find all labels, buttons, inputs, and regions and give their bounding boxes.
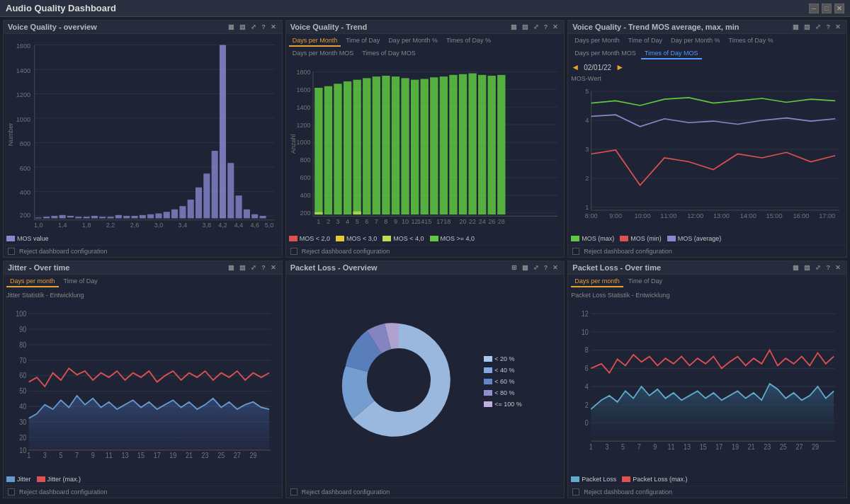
question-icon-4[interactable]: ? xyxy=(260,263,267,272)
svg-text:28: 28 xyxy=(497,218,504,225)
svg-text:40: 40 xyxy=(19,403,26,411)
legend-color-pl-time-max xyxy=(622,476,630,482)
close-icon-4[interactable]: ✕ xyxy=(269,263,278,272)
maximize-button[interactable]: □ xyxy=(822,4,832,13)
question-icon[interactable]: ? xyxy=(260,23,267,31)
svg-text:13:00: 13:00 xyxy=(713,212,730,219)
svg-rect-93 xyxy=(439,76,447,214)
panel-jitter-body: Jitter Statistik - Entwicklung xyxy=(4,289,282,486)
svg-text:1200: 1200 xyxy=(296,122,310,129)
tab-time-of-day-4[interactable]: Time of Day xyxy=(60,276,101,287)
close-icon-3[interactable]: ✕ xyxy=(834,23,842,31)
date-prev-btn[interactable]: ◄ xyxy=(571,62,579,72)
svg-rect-41 xyxy=(220,45,226,219)
svg-text:5: 5 xyxy=(355,218,358,225)
table-icon-3[interactable]: ▦ xyxy=(791,23,800,31)
chart-icon-4[interactable]: ▤ xyxy=(238,263,247,272)
question-icon-3[interactable]: ? xyxy=(824,23,832,31)
resize-icon-6[interactable]: ⤢ xyxy=(814,263,822,272)
minimize-button[interactable]: ─ xyxy=(809,4,819,13)
svg-text:2,6: 2,6 xyxy=(130,222,140,229)
svg-text:3: 3 xyxy=(585,146,589,153)
tab-time-of-day-2[interactable]: Time of Day xyxy=(342,35,383,47)
tab-days-per-month-6[interactable]: Days per month xyxy=(571,276,623,287)
legend-mos-lt3: MOS < 3,0 xyxy=(336,235,377,242)
svg-text:1000: 1000 xyxy=(16,116,30,123)
table-icon-4[interactable]: ▦ xyxy=(227,263,236,272)
svg-text:1: 1 xyxy=(589,442,593,451)
chart-icon[interactable]: ▤ xyxy=(238,23,247,31)
resize-icon-3[interactable]: ⤢ xyxy=(814,23,822,31)
question-icon-6[interactable]: ? xyxy=(824,263,832,272)
tab-times-of-day-mos-3[interactable]: Times of Day MOS xyxy=(641,48,702,59)
svg-text:0: 0 xyxy=(585,419,589,428)
legend-color-gte4 xyxy=(430,236,438,241)
chart-icon-2[interactable]: ▤ xyxy=(521,23,530,31)
table-icon-5[interactable]: ▦ xyxy=(521,263,530,272)
reject-config-checkbox-5[interactable] xyxy=(290,488,298,496)
tab-times-of-day-pct-3[interactable]: Times of Day % xyxy=(725,35,777,47)
legend-label-pl-lt20: < 20 % xyxy=(494,355,514,362)
reject-config-checkbox-4[interactable] xyxy=(8,488,15,496)
svg-rect-46 xyxy=(260,216,266,218)
resize-icon-2[interactable]: ⤢ xyxy=(532,23,540,31)
svg-text:2: 2 xyxy=(585,175,589,182)
tab-day-per-month-pct-3[interactable]: Day per Month % xyxy=(667,35,724,47)
table-icon[interactable]: ▦ xyxy=(227,23,236,31)
svg-rect-81 xyxy=(324,86,332,214)
legend-color-lt2 xyxy=(289,236,298,241)
reject-config-checkbox-6[interactable] xyxy=(572,488,579,496)
resize-icon-4[interactable]: ⤢ xyxy=(249,263,258,272)
tab-times-of-day-mos-2[interactable]: Times of Day MOS xyxy=(358,48,419,59)
legend-label-jitter-max: Jitter (max.) xyxy=(47,476,81,483)
svg-text:200: 200 xyxy=(20,212,30,219)
reject-config-checkbox-1[interactable] xyxy=(8,248,15,255)
question-icon-2[interactable]: ? xyxy=(543,23,550,31)
question-icon-5[interactable]: ? xyxy=(543,263,550,272)
panel-voice-mos-footer: Reject dashboard configuration xyxy=(568,245,846,257)
svg-text:1415: 1415 xyxy=(417,218,431,225)
svg-text:90: 90 xyxy=(19,325,26,333)
tab-days-per-month-4[interactable]: Days per month xyxy=(6,276,59,287)
panel-packet-loss-time: Packet Loss - Over time ▦ ▤ ⤢ ? ✕ Days p… xyxy=(567,260,847,498)
table-icon-6[interactable]: ▦ xyxy=(791,263,800,272)
resize-icon[interactable]: ⤢ xyxy=(249,23,258,31)
date-next-btn[interactable]: ► xyxy=(616,62,624,72)
legend-mos-lt4: MOS < 4,0 xyxy=(382,235,424,242)
close-icon-6[interactable]: ✕ xyxy=(834,263,842,272)
svg-text:3,0: 3,0 xyxy=(154,222,164,229)
tab-days-per-month-3[interactable]: Days per Month xyxy=(571,35,623,47)
grid-icon-5[interactable]: ⊞ xyxy=(510,263,518,272)
resize-icon-5[interactable]: ⤢ xyxy=(532,263,540,272)
close-icon-2[interactable]: ✕ xyxy=(551,23,560,31)
panel-voice-mos-icons: ▦ ▤ ⤢ ? ✕ xyxy=(791,23,842,31)
tab-days-per-month-mos-3[interactable]: Days per Month MOS xyxy=(571,48,640,59)
tab-time-of-day-3[interactable]: Time of Day xyxy=(625,35,666,47)
svg-text:23: 23 xyxy=(202,452,209,460)
reject-config-label-1: Reject dashboard configuration xyxy=(19,248,108,255)
svg-text:16:00: 16:00 xyxy=(793,212,810,219)
svg-rect-101 xyxy=(353,212,361,215)
tab-days-per-month-2[interactable]: Days per Month xyxy=(289,35,341,47)
panel-jitter: Jitter - Over time ▦ ▤ ⤢ ? ✕ Days per mo… xyxy=(3,260,283,498)
tab-days-per-month-mos-2[interactable]: Days per Month MOS xyxy=(289,48,358,59)
close-icon-5[interactable]: ✕ xyxy=(551,263,560,272)
close-button[interactable]: ✕ xyxy=(834,4,844,13)
svg-text:6: 6 xyxy=(365,218,368,225)
tab-day-per-month-pct-2[interactable]: Day per Month % xyxy=(385,35,441,47)
svg-text:2,2: 2,2 xyxy=(106,222,115,229)
panel-jitter-tabs: Days per month Time of Day xyxy=(4,275,282,289)
svg-text:50: 50 xyxy=(19,387,26,396)
table-icon-2[interactable]: ▦ xyxy=(509,23,518,31)
close-icon[interactable]: ✕ xyxy=(269,23,278,31)
legend-pl-lte100: <= 100 % xyxy=(484,401,522,408)
tab-time-of-day-6[interactable]: Time of Day xyxy=(625,276,666,287)
legend-pl-lt40: < 40 % xyxy=(484,367,522,374)
chart-icon-3[interactable]: ▤ xyxy=(803,23,812,31)
reject-config-checkbox-2[interactable] xyxy=(290,248,298,255)
svg-text:4: 4 xyxy=(585,117,589,124)
svg-text:3,4: 3,4 xyxy=(178,222,188,229)
reject-config-checkbox-3[interactable] xyxy=(572,248,579,255)
chart-icon-6[interactable]: ▤ xyxy=(803,263,812,272)
tab-times-of-day-pct-2[interactable]: Times of Day % xyxy=(443,35,494,47)
